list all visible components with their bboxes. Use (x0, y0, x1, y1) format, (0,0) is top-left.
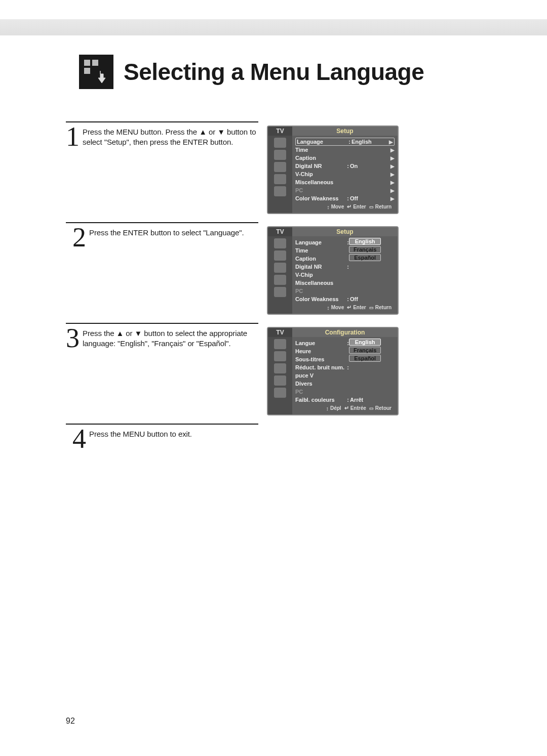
return-hint: Retour (369, 405, 392, 411)
step-text: Press the ▲ or ▼ button to select the ap… (83, 327, 261, 349)
osd-title: Setup (292, 227, 398, 236)
menu-item[interactable]: Digital NR:On▶ (295, 162, 395, 170)
menu-item[interactable]: puce V (295, 371, 395, 380)
move-hint: Move (327, 304, 344, 311)
menu-item[interactable]: Time▶ (295, 146, 395, 154)
menu-item[interactable]: Réduct. bruit num.: (295, 363, 395, 371)
step-number: 3 (66, 327, 80, 350)
menu-item[interactable]: Sous-titres (295, 355, 395, 363)
osd-menu: Language: English▶ Time▶ Caption▶ Digita… (292, 136, 398, 213)
osd-title: Configuration (292, 328, 398, 337)
enter-hint: Enter (347, 203, 366, 210)
menu-item[interactable]: Heure (295, 347, 395, 355)
menu-item[interactable]: Miscellaneous (295, 279, 395, 287)
page-inner: Selecting a Menu Language 1 Press the ME… (0, 35, 547, 746)
content: 1 Press the MENU button. Press the ▲ or … (0, 96, 547, 457)
option-english[interactable]: English (349, 339, 381, 346)
menu-item[interactable]: Digital NR: (295, 263, 395, 271)
menu-item[interactable]: V-Chip▶ (295, 170, 395, 178)
osd-menu: Langue: English Français Español Heure S… (292, 337, 398, 414)
step-2: 2 Press the ENTER button to select "Lang… (66, 222, 486, 315)
step-number: 4 (66, 428, 86, 451)
step-4: 4 Press the MENU button to exit. (66, 424, 486, 451)
option-english[interactable]: English (349, 238, 381, 245)
menu-hand-icon (79, 55, 113, 89)
menu-item[interactable]: V-Chip (295, 271, 395, 279)
menu-item-pc: PC (295, 287, 395, 295)
step-number: 2 (66, 226, 86, 249)
menu-item[interactable]: Miscellaneous▶ (295, 178, 395, 186)
osd-screen-2: TV Setup Language: English (267, 226, 399, 315)
menu-item-language[interactable]: Language: English▶ (295, 138, 395, 146)
osd-footer: Move Enter Return (295, 202, 395, 212)
osd-title: Setup (292, 127, 398, 136)
menu-item[interactable]: Time (295, 246, 395, 255)
menu-item-pc: PC (295, 388, 395, 396)
enter-hint: Enter (347, 304, 366, 311)
osd-icon-column (268, 136, 292, 213)
enter-hint: Entrée (344, 405, 366, 411)
page-number: 92 (66, 717, 75, 726)
osd-tv-label: TV (268, 227, 292, 236)
return-hint: Return (369, 304, 392, 311)
title-row: Selecting a Menu Language (0, 35, 547, 96)
menu-item[interactable]: Color Weakness:Off (295, 295, 395, 303)
menu-item[interactable]: Divers (295, 380, 395, 388)
step-text: Press the ENTER button to select "Langua… (89, 226, 244, 238)
osd-tv-label: TV (268, 328, 292, 337)
osd-footer: Move Enter Return (295, 303, 395, 313)
osd-footer: Dépl Entrée Retour (295, 404, 395, 413)
step-text: Press the MENU button. Press the ▲ or ▼ … (83, 125, 261, 148)
move-hint: Dépl (326, 405, 341, 411)
osd-icon-column (268, 337, 292, 414)
return-hint: Return (369, 203, 392, 210)
step-number: 1 (66, 125, 80, 149)
menu-item[interactable]: Caption▶ (295, 154, 395, 162)
step-text: Press the MENU button to exit. (89, 428, 192, 439)
menu-item[interactable]: Faibl. couleurs:Arrêt (295, 396, 395, 404)
page-title: Selecting a Menu Language (124, 58, 424, 86)
osd-screen-1: TV Setup Language: English▶ Time▶ (267, 125, 399, 214)
osd-tv-label: TV (268, 127, 292, 136)
step-3: 3 Press the ▲ or ▼ button to select the … (66, 323, 486, 415)
osd-icon-column (268, 236, 292, 314)
menu-item-pc: PC▶ (295, 186, 395, 194)
move-hint: Move (327, 203, 344, 210)
osd-screen-3: TV Configuration Langue: English Françai… (267, 327, 399, 415)
osd-menu: Language: English Français Español Time … (292, 236, 398, 314)
step-1: 1 Press the MENU button. Press the ▲ or … (66, 121, 486, 214)
menu-item[interactable]: Caption (295, 255, 395, 263)
menu-item[interactable]: Color Weakness:Off▶ (295, 194, 395, 202)
